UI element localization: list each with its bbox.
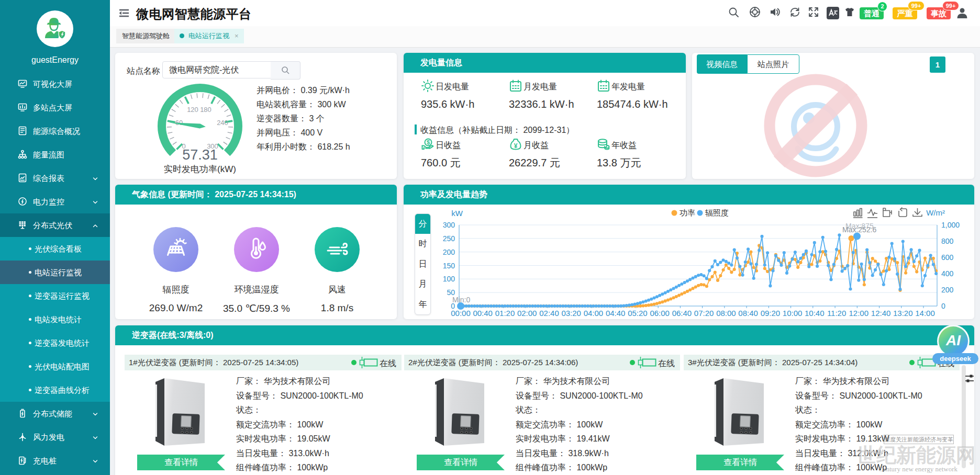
svg-text:11:20: 11:20 [827, 309, 846, 318]
svg-text:1,000: 1,000 [941, 221, 960, 229]
svg-text:02:40: 02:40 [539, 309, 559, 318]
svg-text:¥: ¥ [514, 142, 518, 150]
svg-text:Min:0: Min:0 [452, 296, 470, 304]
svg-text:300: 300 [443, 221, 455, 229]
svg-text:12:00: 12:00 [849, 309, 869, 318]
svg-text:400: 400 [941, 269, 954, 278]
svg-text:10:00: 10:00 [783, 309, 803, 318]
svg-text:kW: kW [451, 209, 463, 218]
svg-text:200: 200 [941, 286, 954, 294]
svg-text:05:20: 05:20 [628, 309, 648, 318]
svg-text:180: 180 [200, 106, 211, 114]
svg-text:240: 240 [217, 119, 228, 127]
svg-text:00:00: 00:00 [451, 309, 471, 318]
svg-text:57.31: 57.31 [182, 147, 218, 163]
svg-text:04:00: 04:00 [584, 309, 604, 318]
svg-text:12:40: 12:40 [871, 309, 891, 318]
svg-text:辐照度: 辐照度 [705, 208, 729, 217]
svg-text:600: 600 [941, 253, 954, 262]
svg-text:10:40: 10:40 [805, 309, 825, 318]
svg-text:08:00: 08:00 [716, 309, 736, 318]
svg-text:W/m²: W/m² [926, 208, 945, 217]
svg-text:150: 150 [443, 262, 455, 270]
svg-text:Max:252.6: Max:252.6 [842, 225, 877, 234]
svg-text:0: 0 [941, 302, 945, 310]
svg-text:200: 200 [443, 248, 455, 256]
svg-text:$: $ [427, 139, 430, 145]
svg-text:800: 800 [941, 237, 954, 245]
svg-text:功率: 功率 [680, 208, 695, 217]
svg-text:06:00: 06:00 [650, 309, 670, 318]
svg-text:08:40: 08:40 [738, 309, 758, 318]
svg-text:07:20: 07:20 [694, 309, 714, 318]
svg-text:100: 100 [443, 275, 455, 283]
svg-text:02:00: 02:00 [517, 309, 537, 318]
svg-text:01:20: 01:20 [495, 309, 515, 318]
svg-text:14:00: 14:00 [915, 309, 935, 318]
svg-text:250: 250 [443, 234, 455, 243]
svg-text:03:20: 03:20 [561, 309, 581, 318]
svg-text:06:40: 06:40 [672, 309, 692, 318]
svg-text:04:40: 04:40 [606, 309, 626, 318]
svg-text:00:40: 00:40 [473, 309, 493, 318]
svg-text:120: 120 [187, 106, 198, 114]
svg-text:09:20: 09:20 [761, 309, 781, 318]
svg-text:13:20: 13:20 [893, 309, 913, 318]
svg-text:60: 60 [175, 119, 183, 127]
